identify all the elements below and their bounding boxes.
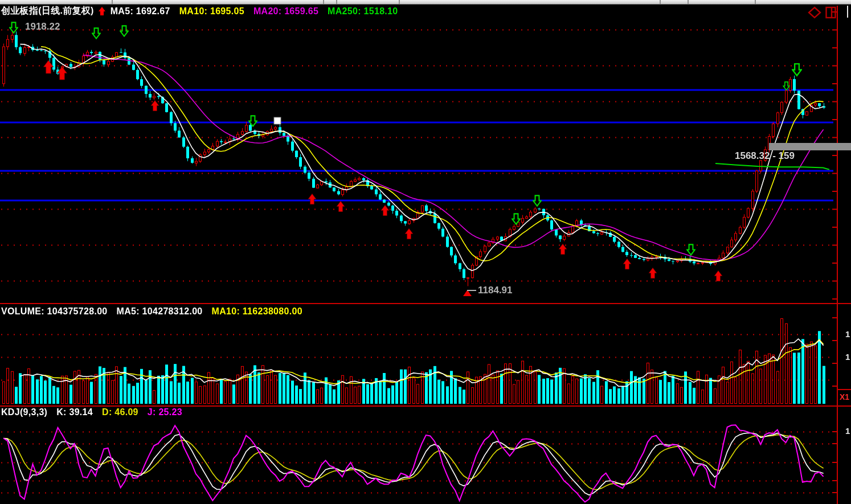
ma-label-1: MA10: 1695.05 (179, 6, 244, 16)
axis-value-label: 1 (845, 329, 850, 339)
kdj-label-2: D: 46.09 (102, 407, 138, 417)
split-window-icon[interactable] (825, 6, 836, 19)
volume-label-1: MA5: 104278312.00 (117, 306, 203, 317)
low-price-label: 1184.91 (478, 285, 513, 296)
price-range-label: 1568.32 - 159 (735, 150, 795, 162)
price-panel-header: 创业板指(日线.前复权) MA5: 1692.67MA10: 1695.05MA… (1, 5, 407, 17)
ma-indicator-labels: MA5: 1692.67MA10: 1695.05MA20: 1659.65MA… (111, 6, 407, 17)
price-range-bar (769, 143, 851, 150)
low-callout-line (467, 290, 476, 291)
high-price-label: 1918.22 (25, 21, 60, 32)
volume-unit-label: X1 (840, 392, 849, 401)
volume-panel-header: VOLUME: 104375728.00MA5: 104278312.00MA1… (1, 306, 312, 317)
ma-label-3: MA250: 1518.10 (328, 6, 398, 16)
volume-label-2: MA10: 116238080.00 (212, 306, 302, 317)
security-title: 创业板指(日线.前复权) (1, 5, 94, 17)
volume-label-0: VOLUME: 104375728.00 (1, 306, 108, 317)
ma-label-0: MA5: 1692.67 (111, 6, 170, 16)
scrollbar-notch (847, 6, 848, 18)
axis-value-label: 1 (845, 352, 850, 362)
diamond-icon[interactable] (808, 6, 821, 19)
kdj-label-3: J: 25.23 (148, 407, 182, 417)
kdj-label-1: K: 39.14 (56, 407, 93, 417)
kdj-panel-header: KDJ(9,3,3)K: 39.14D: 46.09J: 25.23 (1, 407, 191, 417)
axis-value-label: 1 (845, 426, 850, 436)
ma-label-2: MA20: 1659.65 (253, 6, 318, 16)
kdj-label-0: KDJ(9,3,3) (1, 407, 47, 417)
stock-chart-window: { "window": { "toolbar_edge_separators":… (0, 0, 851, 504)
chart-canvas[interactable] (0, 0, 851, 504)
trend-up-icon (99, 7, 106, 15)
